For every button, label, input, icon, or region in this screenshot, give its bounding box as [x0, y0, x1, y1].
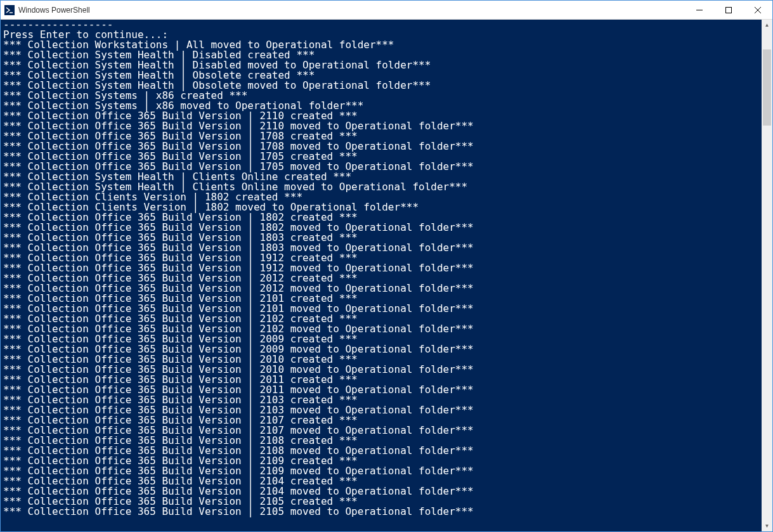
powershell-icon [4, 5, 15, 15]
window-title: Windows PowerShell [18, 6, 685, 15]
window-buttons [685, 1, 772, 20]
svg-rect-3 [726, 7, 732, 13]
titlebar[interactable]: Windows PowerShell [1, 1, 772, 20]
powershell-window: Windows PowerShell ------------------ Pr… [0, 0, 773, 532]
client-area: ------------------ Press Enter to contin… [1, 20, 772, 531]
terminal-output[interactable]: ------------------ Press Enter to contin… [1, 20, 762, 531]
scroll-thumb[interactable] [763, 49, 771, 126]
scroll-down-arrow[interactable]: ▼ [762, 521, 772, 531]
maximize-button[interactable] [714, 1, 743, 20]
scroll-up-arrow[interactable]: ▲ [762, 20, 772, 30]
scroll-track[interactable] [762, 30, 772, 521]
close-button[interactable] [743, 1, 772, 20]
vertical-scrollbar[interactable]: ▲ ▼ [762, 20, 772, 531]
minimize-button[interactable] [685, 1, 714, 20]
